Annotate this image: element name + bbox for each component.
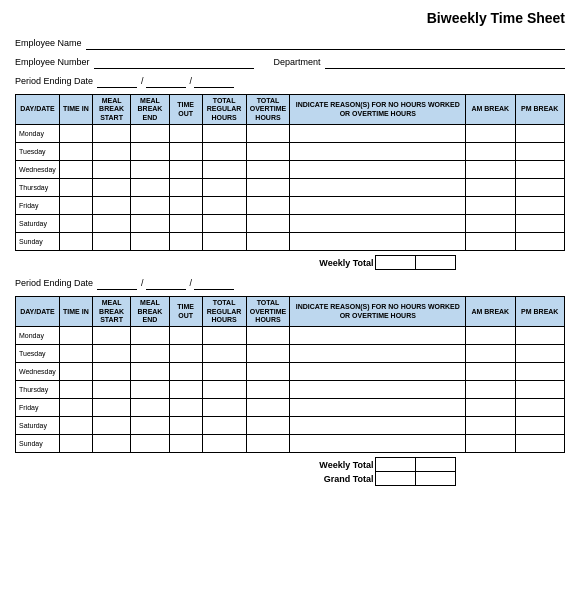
- weekly-total-box-ot-1[interactable]: [415, 256, 455, 270]
- cell-input[interactable]: [59, 363, 92, 381]
- cell-input[interactable]: [131, 143, 169, 161]
- cell-input[interactable]: [59, 125, 92, 143]
- cell-input[interactable]: [202, 197, 246, 215]
- cell-input[interactable]: [515, 363, 564, 381]
- cell-input[interactable]: [202, 435, 246, 453]
- cell-input[interactable]: [92, 345, 130, 363]
- grand-total-box-ot[interactable]: [415, 472, 455, 486]
- employee-name-input[interactable]: [86, 36, 565, 50]
- cell-input[interactable]: [246, 161, 290, 179]
- cell-input[interactable]: [202, 327, 246, 345]
- cell-input[interactable]: [290, 179, 466, 197]
- cell-input[interactable]: [59, 345, 92, 363]
- cell-input[interactable]: [131, 327, 169, 345]
- cell-input[interactable]: [466, 417, 515, 435]
- cell-input[interactable]: [92, 417, 130, 435]
- cell-input[interactable]: [466, 197, 515, 215]
- cell-input[interactable]: [169, 233, 202, 251]
- cell-input[interactable]: [466, 381, 515, 399]
- cell-input[interactable]: [466, 179, 515, 197]
- cell-input[interactable]: [466, 363, 515, 381]
- cell-input[interactable]: [169, 161, 202, 179]
- cell-input[interactable]: [246, 215, 290, 233]
- cell-input[interactable]: [169, 143, 202, 161]
- cell-input[interactable]: [515, 143, 564, 161]
- weekly-total-box-reg-2[interactable]: [375, 458, 415, 472]
- cell-input[interactable]: [246, 179, 290, 197]
- cell-input[interactable]: [515, 381, 564, 399]
- cell-input[interactable]: [59, 143, 92, 161]
- cell-input[interactable]: [59, 435, 92, 453]
- cell-input[interactable]: [131, 381, 169, 399]
- cell-input[interactable]: [202, 215, 246, 233]
- cell-input[interactable]: [169, 125, 202, 143]
- cell-input[interactable]: [466, 215, 515, 233]
- cell-input[interactable]: [246, 363, 290, 381]
- cell-input[interactable]: [246, 417, 290, 435]
- cell-input[interactable]: [59, 399, 92, 417]
- period-day-2[interactable]: [146, 276, 186, 290]
- cell-input[interactable]: [202, 363, 246, 381]
- cell-input[interactable]: [515, 327, 564, 345]
- cell-input[interactable]: [290, 417, 466, 435]
- cell-input[interactable]: [290, 327, 466, 345]
- cell-input[interactable]: [290, 363, 466, 381]
- cell-input[interactable]: [515, 125, 564, 143]
- cell-input[interactable]: [246, 381, 290, 399]
- period-day-1[interactable]: [146, 74, 186, 88]
- cell-input[interactable]: [131, 215, 169, 233]
- cell-input[interactable]: [59, 197, 92, 215]
- cell-input[interactable]: [131, 125, 169, 143]
- cell-input[interactable]: [515, 435, 564, 453]
- cell-input[interactable]: [92, 215, 130, 233]
- cell-input[interactable]: [466, 345, 515, 363]
- cell-input[interactable]: [169, 197, 202, 215]
- cell-input[interactable]: [466, 125, 515, 143]
- grand-total-box-reg[interactable]: [375, 472, 415, 486]
- period-month-2[interactable]: [97, 276, 137, 290]
- cell-input[interactable]: [246, 197, 290, 215]
- cell-input[interactable]: [169, 327, 202, 345]
- cell-input[interactable]: [202, 345, 246, 363]
- cell-input[interactable]: [290, 345, 466, 363]
- cell-input[interactable]: [466, 399, 515, 417]
- cell-input[interactable]: [59, 233, 92, 251]
- period-year-2[interactable]: [194, 276, 234, 290]
- cell-input[interactable]: [131, 233, 169, 251]
- cell-input[interactable]: [131, 363, 169, 381]
- cell-input[interactable]: [169, 381, 202, 399]
- cell-input[interactable]: [290, 197, 466, 215]
- cell-input[interactable]: [131, 179, 169, 197]
- cell-input[interactable]: [290, 399, 466, 417]
- employee-number-input[interactable]: [94, 55, 254, 69]
- department-input[interactable]: [325, 55, 565, 69]
- cell-input[interactable]: [290, 435, 466, 453]
- cell-input[interactable]: [131, 345, 169, 363]
- cell-input[interactable]: [246, 233, 290, 251]
- cell-input[interactable]: [59, 161, 92, 179]
- cell-input[interactable]: [92, 435, 130, 453]
- cell-input[interactable]: [59, 179, 92, 197]
- cell-input[interactable]: [131, 399, 169, 417]
- cell-input[interactable]: [169, 399, 202, 417]
- cell-input[interactable]: [466, 233, 515, 251]
- cell-input[interactable]: [92, 363, 130, 381]
- cell-input[interactable]: [202, 399, 246, 417]
- cell-input[interactable]: [290, 161, 466, 179]
- cell-input[interactable]: [131, 435, 169, 453]
- cell-input[interactable]: [246, 143, 290, 161]
- cell-input[interactable]: [92, 233, 130, 251]
- cell-input[interactable]: [169, 215, 202, 233]
- cell-input[interactable]: [169, 363, 202, 381]
- cell-input[interactable]: [169, 179, 202, 197]
- cell-input[interactable]: [290, 381, 466, 399]
- cell-input[interactable]: [202, 381, 246, 399]
- cell-input[interactable]: [290, 125, 466, 143]
- cell-input[interactable]: [202, 125, 246, 143]
- cell-input[interactable]: [169, 417, 202, 435]
- cell-input[interactable]: [92, 179, 130, 197]
- cell-input[interactable]: [169, 345, 202, 363]
- weekly-total-box-reg-1[interactable]: [375, 256, 415, 270]
- cell-input[interactable]: [202, 417, 246, 435]
- cell-input[interactable]: [515, 215, 564, 233]
